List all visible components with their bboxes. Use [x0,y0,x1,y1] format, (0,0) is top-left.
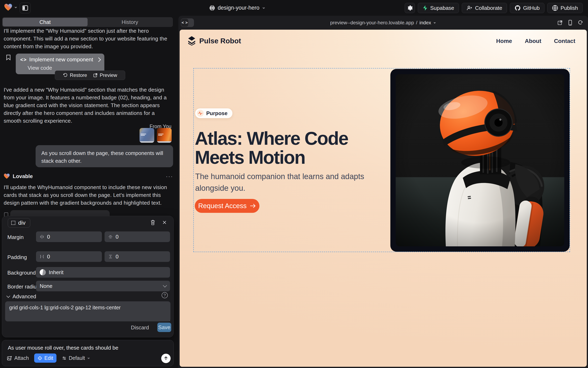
project-name: design-your-hero [218,5,259,11]
preview-button[interactable]: Preview [93,72,117,78]
chevron-down-icon [6,294,10,298]
advanced-section-toggle[interactable]: Advanced [7,293,36,300]
collaborate-icon [466,5,473,11]
send-button[interactable] [161,354,171,363]
margin-label: Margin [7,234,24,240]
restore-button[interactable]: Restore [63,72,87,78]
view-code-link[interactable]: View code [28,65,100,71]
margin-y-icon [108,234,113,239]
chevron-right-icon [96,57,101,62]
restore-icon [63,73,68,78]
url-separator: / [416,20,417,26]
dashed-box-icon [11,221,15,225]
border-radius-select[interactable]: None [36,281,170,291]
advanced-classes-textarea[interactable]: grid grid-cols-1 lg:grid-cols-2 gap-12 i… [5,301,171,321]
tab-chat[interactable]: Chat [3,18,87,26]
border-radius-value: None [40,283,52,289]
chat-history-tabs: Chat History [2,17,173,27]
preview-header: < > preview--design-your-hero.lovable.ap… [178,16,588,30]
chevron-down-icon [433,21,436,24]
background-field[interactable]: Inherit [36,267,170,278]
selected-element-chip[interactable]: div [8,218,30,228]
site-viewport: Pulse Robot Home About Contact Purpose A… [180,30,587,367]
mobile-view-icon[interactable] [568,20,572,26]
refresh-icon[interactable] [578,20,583,25]
nav-about[interactable]: About [525,38,541,44]
nav-home[interactable]: Home [496,38,512,44]
color-swatch-icon [40,269,46,275]
chevron-down-icon [14,6,18,9]
attachment-thumbnail-blue[interactable] [140,128,154,143]
assistant-message-2: I've added a new "Why Humanoid" section … [4,86,167,125]
hero-heading: Atlas: Where Code Meets Motion [195,129,399,167]
margin-x-input[interactable] [47,234,98,240]
border-radius-label: Border radius [7,284,39,290]
element-tag: div [18,220,26,226]
preview-url-bar[interactable]: preview--design-your-hero.lovable.app / … [178,16,588,30]
settings-button[interactable] [405,3,415,13]
github-icon [514,5,521,11]
save-button[interactable]: Save [157,323,171,332]
publish-globe-icon [552,5,558,11]
nav-contact[interactable]: Contact [554,38,575,44]
trash-icon[interactable] [150,219,155,226]
assistant-message-1: I'll implement the "Why Humanoid" sectio… [4,27,170,50]
element-inspector-panel: div Margin Padding [2,216,174,337]
help-button[interactable]: ? [162,292,168,298]
composer-toolbar: Attach Edit Default [7,353,90,363]
supabase-button[interactable]: Supabase [418,3,459,13]
padding-y-input[interactable] [116,254,166,260]
padding-x-field[interactable] [36,251,102,262]
preview-path: index [419,20,431,26]
project-switcher[interactable]: design-your-hero [209,0,266,16]
bookmark-icon[interactable] [6,55,11,60]
lovable-logo-menu[interactable] [4,3,18,11]
preview-actions [557,16,583,30]
github-button[interactable]: GitHub [510,3,544,13]
assistant-message-3: I'll update the WhyHumanoid component to… [4,183,167,207]
publish-button[interactable]: Publish [547,3,583,13]
pulse-icon [197,110,204,117]
tool-card-title: Implement new component [29,56,93,63]
request-access-button[interactable]: Request Access [195,199,259,213]
chat-composer[interactable]: As user mouse roll over, these cards sho… [2,340,174,366]
attachment-thumbnail-orange[interactable] [157,128,172,143]
background-label: Background [7,270,36,276]
collaborate-button[interactable]: Collaborate [462,3,507,13]
margin-y-input[interactable] [116,234,166,240]
target-icon [38,356,42,361]
sliders-icon [62,356,67,361]
padding-x-input[interactable] [47,254,98,260]
purpose-badge: Purpose [195,108,232,118]
margin-y-field[interactable] [104,231,170,242]
lovable-heart-icon [4,3,12,11]
mode-select[interactable]: Default [62,355,90,361]
lovable-name: Lovable [13,173,33,180]
lovable-heart-icon [4,173,10,179]
toggle-sidebar-button[interactable] [20,3,31,13]
close-icon[interactable] [162,219,167,226]
site-brand[interactable]: Pulse Robot [187,36,241,46]
padding-y-field[interactable] [104,251,170,262]
attach-button[interactable]: Attach [7,355,29,361]
pulse-robot-logo-icon [187,36,196,46]
chevron-down-icon [87,357,90,360]
margin-x-icon [40,234,44,239]
margin-x-field[interactable] [36,231,102,242]
site-brand-name: Pulse Robot [199,37,241,45]
tab-history[interactable]: History [87,18,172,26]
composer-input[interactable]: As user mouse roll over, these cards sho… [8,345,118,351]
site-header: Pulse Robot Home About Contact [180,30,587,50]
padding-y-icon [108,254,113,259]
discard-button[interactable]: Discard [131,324,149,331]
edit-mode-button[interactable]: Edit [34,353,57,363]
gear-icon [407,5,413,11]
message-menu-button[interactable]: ··· [166,173,173,180]
open-external-icon[interactable] [557,20,563,25]
attach-image-icon [7,356,12,361]
hero-robot-image [390,69,569,252]
code-icon: <> [20,57,27,63]
chevron-down-icon [262,6,266,10]
chat-sidebar: Chat History I'll implement the "Why Hum… [0,16,178,368]
top-bar-actions: Supabase Collaborate GitHub Publish [405,3,583,13]
